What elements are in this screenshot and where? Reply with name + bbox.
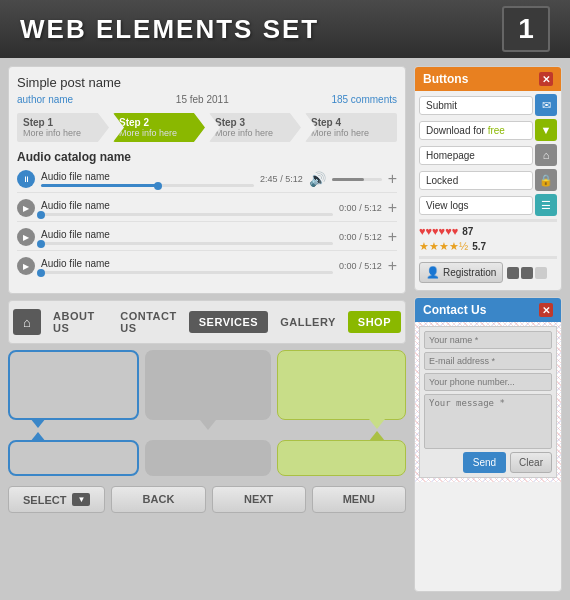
contact-form: Send Clear (419, 326, 557, 478)
buttons-close-icon[interactable]: ✕ (539, 72, 553, 86)
audio-progress-1[interactable] (41, 184, 254, 187)
contact-clear-button[interactable]: Clear (510, 452, 552, 473)
select-label: SELECT (23, 494, 66, 506)
locked-row: Locked 🔒 (419, 169, 557, 191)
bubble-green-1 (277, 350, 406, 420)
add-button-1[interactable]: + (388, 170, 397, 188)
play-button-2[interactable]: ▶ (17, 199, 35, 217)
bubble-blue-1 (8, 350, 139, 420)
select-button[interactable]: SELECT ▼ (8, 486, 105, 513)
audio-item-3: ▶ Audio file name 0:00 / 5:12 + (17, 228, 397, 251)
homepage-icon[interactable]: ⌂ (535, 144, 557, 166)
audio-progress-handle-2[interactable] (37, 211, 45, 219)
contact-section-title: Contact Us (423, 303, 486, 317)
audio-progress-fill-1 (41, 184, 158, 187)
main-layout: Simple post name author name 15 feb 2011… (0, 58, 570, 600)
audio-progress-3[interactable] (41, 242, 333, 245)
audio-name-3: Audio file name (41, 229, 333, 240)
nav-services[interactable]: SERVICES (189, 311, 268, 333)
bubble-green-2 (277, 440, 406, 476)
registration-button[interactable]: 👤 Registration (419, 262, 503, 283)
select-arrow-icon: ▼ (72, 493, 90, 506)
nav-bar: ⌂ ABOUT US CONTACT US SERVICES GALLERY S… (8, 300, 406, 344)
bubble-blue-2 (8, 440, 139, 476)
add-button-2[interactable]: + (388, 199, 397, 217)
step-4[interactable]: Step 4 More info here (305, 113, 397, 142)
post-author[interactable]: author name (17, 94, 73, 105)
download-row: Download for free ▼ (419, 119, 557, 141)
page-title: WEB ELEMENTS SET (20, 14, 319, 45)
hearts-count: 87 (462, 226, 473, 237)
viewlogs-icon[interactable]: ☰ (535, 194, 557, 216)
bubble-gray-2 (145, 440, 272, 476)
audio-name-2: Audio file name (41, 200, 333, 211)
submit-row: Submit ✉ (419, 94, 557, 116)
volume-icon-1[interactable]: 🔊 (309, 171, 326, 187)
contact-name-input[interactable] (424, 331, 552, 349)
volume-slider-1[interactable] (332, 178, 382, 181)
audio-progress-handle-1[interactable] (154, 182, 162, 190)
contact-buttons: Send Clear (424, 452, 552, 473)
add-button-3[interactable]: + (388, 228, 397, 246)
toggle-dot-1[interactable] (507, 267, 519, 279)
section-divider-1 (419, 219, 557, 222)
audio-time-2: 0:00 / 5:12 (339, 203, 382, 213)
audio-progress-handle-4[interactable] (37, 269, 45, 277)
bubbles-row-2 (8, 440, 406, 476)
post-title: Simple post name (17, 75, 397, 90)
play-button-4[interactable]: ▶ (17, 257, 35, 275)
next-button[interactable]: NEXT (212, 486, 306, 513)
nav-home-button[interactable]: ⌂ (13, 309, 41, 335)
header-number: 1 (502, 6, 550, 52)
audio-info-4: Audio file name (41, 258, 333, 274)
homepage-row: Homepage ⌂ (419, 144, 557, 166)
homepage-label: Homepage (419, 146, 533, 165)
bubbles-row-1 (8, 350, 406, 420)
step-2[interactable]: Step 2 More info here (113, 113, 205, 142)
step-3-label: Step 3 (215, 117, 295, 128)
pause-button-1[interactable]: ⏸ (17, 170, 35, 188)
contact-message-input[interactable] (424, 394, 552, 449)
nav-contact-us[interactable]: CONTACT US (110, 305, 186, 339)
back-button[interactable]: BACK (111, 486, 205, 513)
nav-gallery[interactable]: GALLERY (270, 311, 346, 333)
audio-time-3: 0:00 / 5:12 (339, 232, 382, 242)
contact-close-icon[interactable]: ✕ (539, 303, 553, 317)
nav-about-us[interactable]: ABOUT US (43, 305, 108, 339)
post-card: Simple post name author name 15 feb 2011… (8, 66, 406, 294)
registration-row: 👤 Registration (419, 262, 557, 283)
submit-label: Submit (419, 96, 533, 115)
audio-progress-4[interactable] (41, 271, 333, 274)
download-icon[interactable]: ▼ (535, 119, 557, 141)
submit-icon[interactable]: ✉ (535, 94, 557, 116)
lock-icon[interactable]: 🔒 (535, 169, 557, 191)
audio-name-4: Audio file name (41, 258, 333, 269)
registration-label: Registration (443, 267, 496, 278)
toggle-dot-2[interactable] (521, 267, 533, 279)
bottom-buttons: SELECT ▼ BACK NEXT MENU (8, 486, 406, 513)
step-3[interactable]: Step 3 More info here (209, 113, 301, 142)
toggle-dot-3[interactable] (535, 267, 547, 279)
audio-item-4: ▶ Audio file name 0:00 / 5:12 + (17, 257, 397, 279)
audio-item-2: ▶ Audio file name 0:00 / 5:12 + (17, 199, 397, 222)
contact-section: Contact Us ✕ Send Clear (414, 297, 562, 592)
post-comments[interactable]: 185 comments (331, 94, 397, 105)
audio-progress-handle-3[interactable] (37, 240, 45, 248)
stars-row: ★★★★½ 5.7 (419, 240, 557, 253)
contact-email-input[interactable] (424, 352, 552, 370)
step-2-label: Step 2 (119, 117, 199, 128)
step-1[interactable]: Step 1 More info here (17, 113, 109, 142)
audio-info-2: Audio file name (41, 200, 333, 216)
audio-progress-2[interactable] (41, 213, 333, 216)
left-panel: Simple post name author name 15 feb 2011… (8, 66, 406, 592)
contact-section-header: Contact Us ✕ (415, 298, 561, 322)
contact-send-button[interactable]: Send (463, 452, 506, 473)
audio-catalog-title: Audio catalog name (17, 150, 397, 164)
play-button-3[interactable]: ▶ (17, 228, 35, 246)
contact-phone-input[interactable] (424, 373, 552, 391)
bubble-gray-1 (145, 350, 272, 420)
viewlogs-label: View logs (419, 196, 533, 215)
menu-button[interactable]: MENU (312, 486, 406, 513)
add-button-4[interactable]: + (388, 257, 397, 275)
nav-shop[interactable]: SHOP (348, 311, 401, 333)
